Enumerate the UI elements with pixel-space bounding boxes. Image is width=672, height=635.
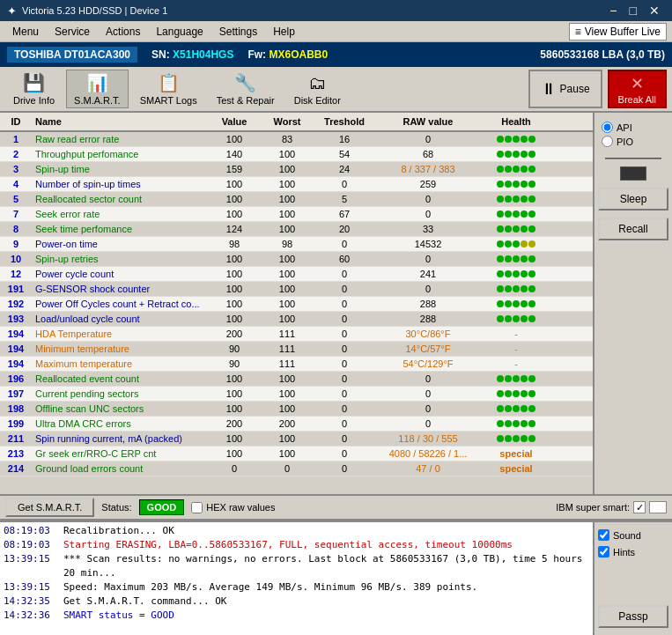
cell-health: - [481,358,551,370]
table-header: ID Name Value Worst Treshold RAW value H… [0,113,593,132]
cell-scroll [551,417,565,430]
menu-items: Menu Service Actions Language Settings H… [5,24,302,40]
smart-button[interactable]: 📊 S.M.A.R.T. [66,70,129,108]
cell-name: Gr seek err/RRO-C ERP cnt [32,447,208,460]
toolbar-right: ⏸ Pause ✕ Break All [528,70,667,108]
table-row[interactable]: 7 Seek error rate 100 100 67 0 [0,207,593,222]
cell-raw: 68 [375,148,481,160]
cell-treshold: 0 [314,373,375,385]
cell-worst: 83 [261,133,314,145]
menu-item-service[interactable]: Service [48,24,97,40]
cell-raw: 0 [375,193,481,205]
cell-name: G-SENSOR shock counter [32,283,208,295]
menu-item-settings[interactable]: Settings [212,24,264,40]
log-area: 08:19:03Recalibration... OK08:19:03Start… [0,521,672,635]
table-row[interactable]: 4 Number of spin-up times 100 100 0 259 [0,177,593,192]
menu-item-menu[interactable]: Menu [5,24,46,40]
col-treshold: Treshold [314,114,375,129]
table-row[interactable]: 12 Power cycle count 100 100 0 241 [0,267,593,282]
title-bar: ✦ Victoria 5.23 HDD/SSD | Device 1 − □ ✕ [0,0,672,21]
table-row[interactable]: 10 Spin-up retries 100 100 60 0 [0,252,593,267]
cell-value: 159 [208,163,261,175]
drive-info-icon: 💾 [23,72,45,93]
table-row[interactable]: 214 Ground load errors count 0 0 0 47 / … [0,461,593,476]
log-message: Get S.M.A.R.T. command... OK [63,594,226,609]
disk-editor-button[interactable]: 🗂 Disk Editor [286,70,349,108]
maximize-button[interactable]: □ [624,4,642,17]
sleep-button[interactable]: Sleep [598,188,668,210]
log-row: 08:19:03Starting ERASING, LBA=0..5860533… [4,538,589,552]
table-row[interactable]: 194 Maximum temperature 90 111 0 54°C/12… [0,357,593,372]
table-row[interactable]: 2 Throughput perfomance 140 100 54 68 [0,147,593,162]
test-repair-button[interactable]: 🔧 Test & Repair [209,70,283,108]
cell-treshold: 24 [314,163,375,175]
pio-radio[interactable] [602,136,613,147]
hex-checkbox[interactable] [191,502,203,513]
cell-id: 198 [0,402,32,415]
cell-worst: 111 [261,328,314,340]
table-row[interactable]: 194 Minimum temperature 90 111 0 14°C/57… [0,342,593,357]
smart-table: ID Name Value Worst Treshold RAW value H… [0,113,593,494]
table-row[interactable]: 192 Power Off Cycles count + Retract co.… [0,297,593,312]
table-row[interactable]: 3 Spin-up time 159 100 24 8 / 337 / 383 [0,162,593,177]
cell-scroll [551,313,565,325]
cell-name: Maximum temperature [32,358,208,370]
cell-value: 100 [208,447,261,460]
smart-logs-icon: 📋 [158,72,180,93]
sound-checkbox[interactable] [598,529,609,541]
log-row: 13:39:15*** Scan results: no warnings, n… [4,552,589,580]
view-buffer-button[interactable]: ≡ View Buffer Live [569,23,667,41]
drive-info-button[interactable]: 💾 Drive Info [5,70,63,108]
cell-scroll [551,253,565,265]
recall-button[interactable]: Recall [598,218,668,240]
test-repair-label: Test & Repair [217,95,275,106]
menu-item-help[interactable]: Help [266,24,302,40]
table-row[interactable]: 191 G-SENSOR shock counter 100 100 0 0 [0,282,593,297]
smart-logs-button[interactable]: 📋 SMART Logs [132,70,205,108]
table-row[interactable]: 8 Seek time perfomance 124 100 20 33 [0,222,593,237]
sound-label: Sound [613,530,641,541]
pause-label: Pause [560,83,590,95]
passp-button[interactable]: Passp [598,605,668,628]
table-row[interactable]: 199 Ultra DMA CRC errors 200 200 0 0 [0,417,593,432]
cell-health [481,208,551,220]
close-button[interactable]: ✕ [644,4,665,17]
drive-serial: X51H04HGS [173,48,233,61]
ibm-display[interactable] [649,501,667,513]
ibm-checkbox[interactable]: ✓ [633,501,646,513]
table-row[interactable]: 193 Load/unload cycle count 100 100 0 28… [0,312,593,327]
cell-worst: 100 [261,163,314,175]
table-row[interactable]: 211 Spin running current, mA (packed) 10… [0,432,593,447]
log-message: *** Scan results: no warnings, no errors… [63,552,589,580]
cell-worst: 100 [261,402,314,415]
cell-raw: 0 [375,388,481,400]
table-row[interactable]: 5 Reallocated sector count 100 100 5 0 [0,192,593,207]
menu-item-actions[interactable]: Actions [99,24,147,40]
table-row[interactable]: 1 Raw read error rate 100 83 16 0 [0,132,593,147]
cell-name: Minimum temperature [32,343,208,355]
cell-scroll [551,283,565,295]
log-right-panel: Sound Hints Passp [593,522,672,635]
table-row[interactable]: 197 Current pending sectors 100 100 0 0 [0,387,593,402]
table-row[interactable]: 9 Power-on time 98 98 0 14532 [0,237,593,252]
cell-name: Reallocated sector count [32,193,208,205]
cell-scroll [551,328,565,340]
cell-name: Spin running current, mA (packed) [32,432,208,445]
hints-checkbox[interactable] [598,546,609,557]
cell-value: 100 [208,283,261,295]
pause-button[interactable]: ⏸ Pause [528,70,602,108]
cell-treshold: 0 [314,388,375,400]
cell-scroll [551,268,565,280]
cell-value: 100 [208,388,261,400]
break-all-button[interactable]: ✕ Break All [608,70,667,108]
table-row[interactable]: 196 Reallocated event count 100 100 0 0 [0,372,593,387]
log-time: 08:19:03 [4,538,56,552]
table-row[interactable]: 213 Gr seek err/RRO-C ERP cnt 100 100 0 … [0,447,593,461]
log-time: 13:39:15 [4,580,56,594]
menu-item-language[interactable]: Language [149,24,210,40]
table-row[interactable]: 198 Offline scan UNC sectors 100 100 0 0 [0,402,593,417]
api-radio[interactable] [602,122,613,133]
table-row[interactable]: 194 HDA Temperature 200 111 0 30°C/86°F … [0,327,593,342]
get-smart-button[interactable]: Get S.M.A.R.T. [5,498,94,517]
minimize-button[interactable]: − [604,4,622,17]
